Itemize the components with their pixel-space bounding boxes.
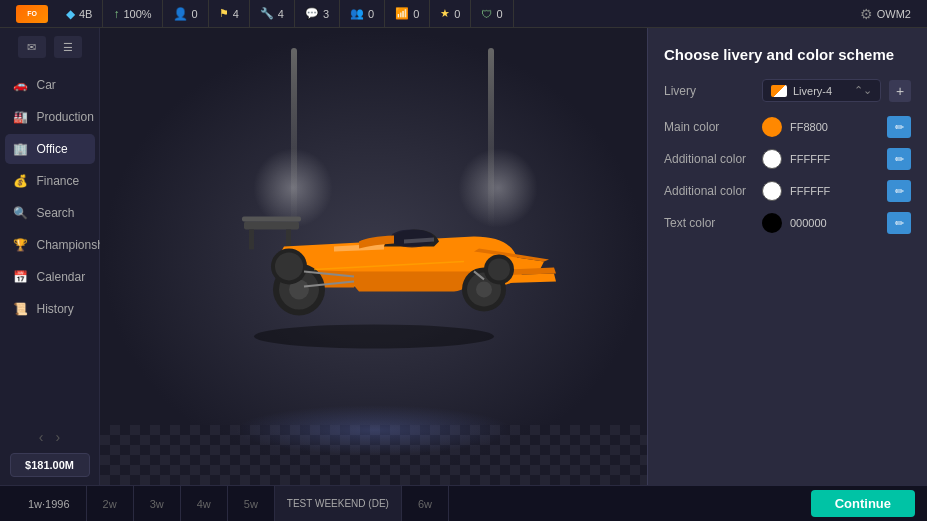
topbar-shield: 🛡 0 — [471, 0, 513, 27]
car-platform — [234, 405, 514, 455]
sidebar-item-production[interactable]: 🏭 Production — [5, 102, 95, 132]
car-icon: 🚗 — [13, 77, 29, 93]
search-icon: 🔍 — [13, 205, 29, 221]
finance-icon: 💰 — [13, 173, 29, 189]
livery-label: Livery — [664, 84, 754, 98]
week-label-6: 6w — [418, 498, 432, 510]
sidebar-calendar-label: Calendar — [37, 270, 86, 284]
additional-color-2-value: FFFFFF — [790, 185, 879, 197]
edit-icon-4: ✏ — [895, 217, 904, 230]
continue-button[interactable]: Continue — [811, 490, 915, 517]
chevron-left-icon[interactable]: ‹ — [39, 429, 44, 445]
text-color-edit-button[interactable]: ✏ — [887, 212, 911, 234]
week-label-1: 2w — [103, 498, 117, 510]
color-row-additional-1: Additional color FFFFFF ✏ — [664, 148, 911, 170]
sidebar-item-office[interactable]: 🏢 Office — [5, 134, 95, 164]
edit-icon: ✏ — [895, 121, 904, 134]
topbar-currency: ◆ 4B — [56, 0, 103, 27]
sidebar-item-search[interactable]: 🔍 Search — [5, 198, 95, 228]
svg-rect-2 — [242, 216, 301, 221]
sidebar-office-label: Office — [37, 142, 68, 156]
main-color-swatch — [762, 117, 782, 137]
chat-icon: 💬 — [305, 7, 319, 20]
livery-add-button[interactable]: + — [889, 80, 911, 102]
color-row-main: Main color FF8800 ✏ — [664, 116, 911, 138]
sidebar-item-finance[interactable]: 💰 Finance — [5, 166, 95, 196]
championship-icon: 🏆 — [13, 237, 29, 253]
person-icon: 👤 — [173, 7, 188, 21]
text-color-value: 000000 — [790, 217, 879, 229]
bottom-bar: 1w·1996 2w 3w 4w 5w TEST WEEKEND (DE) 6w… — [0, 485, 927, 521]
signal-icon: 📶 — [395, 7, 409, 20]
color-row-text: Text color 000000 ✏ — [664, 212, 911, 234]
svg-point-13 — [476, 281, 492, 297]
svg-rect-3 — [249, 229, 254, 249]
panel-title: Choose livery and color scheme — [664, 46, 911, 63]
livery-panel: Choose livery and color scheme Livery Li… — [647, 28, 927, 485]
production-icon: 🏭 — [13, 109, 29, 125]
svg-point-10 — [275, 252, 303, 280]
timeline-week-4: 4w — [181, 486, 228, 521]
arrow-up-icon: ↑ — [113, 7, 119, 21]
main-color-edit-button[interactable]: ✏ — [887, 116, 911, 138]
person-value: 0 — [192, 8, 198, 20]
sidebar-history-label: History — [37, 302, 74, 316]
shield-icon: 🛡 — [481, 8, 492, 20]
sidebar-item-calendar[interactable]: 📅 Calendar — [5, 262, 95, 292]
sidebar-item-history[interactable]: 📜 History — [5, 294, 95, 324]
timeline-week-2: 2w — [87, 486, 134, 521]
topbar-performance: ↑ 100% — [103, 0, 162, 27]
username-label: OWM2 — [877, 8, 911, 20]
sidebar-item-car[interactable]: 🚗 Car — [5, 70, 95, 100]
edit-icon-3: ✏ — [895, 185, 904, 198]
sidebar-production-label: Production — [37, 110, 94, 124]
event-label: TEST WEEKEND (DE) — [287, 498, 389, 509]
diamond-icon: ◆ — [66, 7, 75, 21]
timeline-week-3: 3w — [134, 486, 181, 521]
main-color-label: Main color — [664, 120, 754, 134]
flag-value: 4 — [233, 8, 239, 20]
week-label-3: 4w — [197, 498, 211, 510]
color-row-additional-2: Additional color FFFFFF ✏ — [664, 180, 911, 202]
text-color-label: Text color — [664, 216, 754, 230]
menu-icon[interactable]: ☰ — [54, 36, 82, 58]
sidebar: ✉ ☰ 🚗 Car 🏭 Production 🏢 Office 💰 Financ… — [0, 28, 100, 485]
people-value: 0 — [368, 8, 374, 20]
office-icon: 🏢 — [13, 141, 29, 157]
topbar-wrench: 🔧 4 — [250, 0, 295, 27]
brand-logo-area: FO — [8, 0, 56, 27]
history-icon: 📜 — [13, 301, 29, 317]
car-viewer-area — [100, 28, 647, 485]
svg-rect-1 — [244, 221, 299, 229]
timeline-week-6: 6w — [402, 486, 449, 521]
brand-logo: FO — [16, 5, 48, 23]
topbar-people: 👥 0 — [340, 0, 385, 27]
livery-selector[interactable]: Livery-4 ⌃⌄ — [762, 79, 881, 102]
main-area: ✉ ☰ 🚗 Car 🏭 Production 🏢 Office 💰 Financ… — [0, 28, 927, 485]
wrench-icon: 🔧 — [260, 7, 274, 20]
additional-color-2-edit-button[interactable]: ✏ — [887, 180, 911, 202]
calendar-icon: 📅 — [13, 269, 29, 285]
additional-color-1-edit-button[interactable]: ✏ — [887, 148, 911, 170]
svg-point-15 — [488, 258, 510, 280]
livery-thumbnail — [771, 85, 787, 97]
sidebar-chevrons: ‹ › — [39, 429, 60, 445]
sidebar-item-championship[interactable]: 🏆 Championship — [5, 230, 95, 260]
chat-value: 3 — [323, 8, 329, 20]
car-3d-view — [184, 151, 564, 371]
balance-display: $181.00M — [10, 453, 90, 477]
week-label-2: 3w — [150, 498, 164, 510]
mail-icon[interactable]: ✉ — [18, 36, 46, 58]
week-label-0: 1w·1996 — [28, 498, 70, 510]
currency-value: 4B — [79, 8, 92, 20]
timeline-current-week: 1w·1996 — [12, 486, 87, 521]
timeline-week-5: 5w — [228, 486, 275, 521]
gear-icon[interactable]: ⚙ — [860, 6, 873, 22]
svg-point-0 — [254, 324, 494, 348]
sidebar-top-icons: ✉ ☰ — [18, 36, 82, 58]
additional-color-1-label: Additional color — [664, 152, 754, 166]
performance-value: 100% — [123, 8, 151, 20]
livery-value: Livery-4 — [793, 85, 848, 97]
sidebar-car-label: Car — [37, 78, 56, 92]
chevron-right-icon[interactable]: › — [56, 429, 61, 445]
